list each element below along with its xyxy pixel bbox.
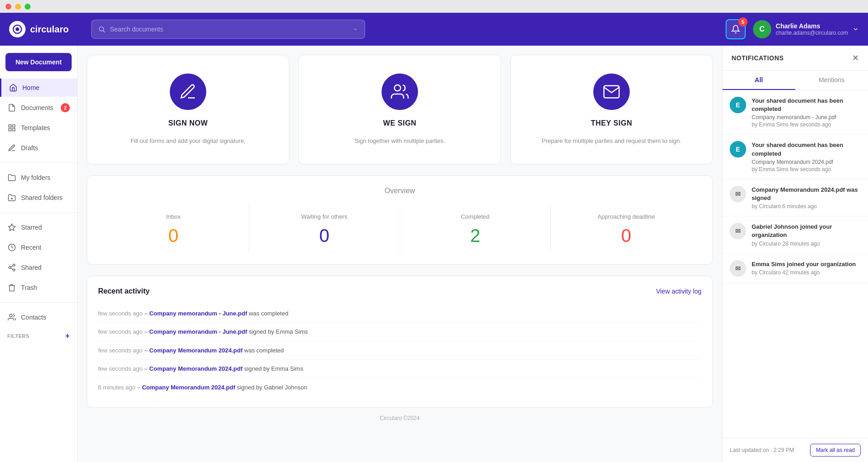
search-input[interactable] xyxy=(110,26,348,33)
tab-mentions[interactable]: Mentions xyxy=(795,71,868,90)
user-profile[interactable]: C Charlie Adams charlie.adams@circularo.… xyxy=(753,20,859,38)
notification-item[interactable]: E Your shared document has been complete… xyxy=(722,135,868,179)
sidebar: New Document Home Documents 2 Templates xyxy=(0,46,78,462)
sidebar-item-my-folders[interactable]: My folders xyxy=(0,168,77,187)
sidebar-item-templates[interactable]: Templates xyxy=(0,119,77,137)
notification-button[interactable]: 5 xyxy=(726,19,746,39)
sidebar-item-drafts[interactable]: Drafts xyxy=(0,139,77,157)
sign-cards: SIGN NOW Fill out forms and add your dig… xyxy=(87,55,713,164)
notification-item[interactable]: ✉ Gabriel Johnson joined your organizati… xyxy=(722,216,868,253)
inbox-label: Inbox xyxy=(105,213,241,220)
main-content: SIGN NOW Fill out forms and add your dig… xyxy=(78,46,722,462)
notif-text: Company Memorandum 2024.pdf was signed xyxy=(752,186,861,202)
mark-all-read-button[interactable]: Mark all as read xyxy=(810,444,861,457)
activity-list: few seconds ago – Company memorandum - J… xyxy=(98,304,701,397)
notif-sub2: by Circularo 28 minutes ago xyxy=(752,241,861,247)
sidebar-item-shared-folders[interactable]: Shared folders xyxy=(0,189,77,207)
notif-text: Your shared document has been completed xyxy=(752,141,861,158)
file-icon xyxy=(7,103,16,112)
notifications-header: NOTIFICATIONS ✕ xyxy=(722,46,868,71)
sidebar-label-templates: Templates xyxy=(21,124,50,131)
notification-item[interactable]: ✉ Company Memorandum 2024.pdf was signed… xyxy=(722,179,868,216)
overview-deadline[interactable]: Approaching deadline 0 xyxy=(551,206,701,253)
logo-icon xyxy=(9,21,26,37)
sidebar-item-contacts[interactable]: Contacts xyxy=(0,308,77,326)
contacts-icon xyxy=(7,313,16,322)
maximize-btn[interactable] xyxy=(25,4,31,10)
notif-avatar: ✉ xyxy=(730,223,746,239)
filters-add-button[interactable]: + xyxy=(65,332,70,340)
header: circularo 5 C Charlie Adams charlie.adam… xyxy=(0,13,868,46)
notif-avatar: ✉ xyxy=(730,260,746,277)
notif-sub1: Company memorandum - June.pdf xyxy=(752,114,861,121)
footer: Circularo ©2024 xyxy=(87,408,713,429)
sidebar-label-drafts: Drafts xyxy=(21,144,38,152)
close-btn[interactable] xyxy=(5,4,11,10)
svg-point-12 xyxy=(13,264,15,267)
sidebar-item-trash[interactable]: Trash xyxy=(0,278,77,297)
sidebar-label-shared: Shared xyxy=(21,264,42,271)
tab-all[interactable]: All xyxy=(722,71,795,90)
svg-rect-5 xyxy=(13,125,15,127)
notif-avatar: E xyxy=(730,141,746,158)
draft-icon xyxy=(7,143,16,152)
folder-icon xyxy=(7,173,16,182)
notif-content: Emma Sims joined your organization by Ci… xyxy=(752,260,861,276)
notification-item[interactable]: ✉ Emma Sims joined your organization by … xyxy=(722,254,868,284)
notif-content: Your shared document has been completed … xyxy=(752,97,861,128)
they-sign-card[interactable]: THEY SIGN Prepare for multiple parties a… xyxy=(510,55,713,164)
sidebar-item-shared[interactable]: Shared xyxy=(0,258,77,277)
we-sign-card[interactable]: WE SIGN Sign together with multiple part… xyxy=(298,55,501,164)
sidebar-label-documents: Documents xyxy=(21,104,53,111)
overview-inbox[interactable]: Inbox 0 xyxy=(98,206,249,253)
sidebar-item-documents[interactable]: Documents 2 xyxy=(0,99,77,117)
clock-icon xyxy=(7,243,16,252)
notifications-close-button[interactable]: ✕ xyxy=(852,53,859,63)
minimize-btn[interactable] xyxy=(15,4,21,10)
notifications-tabs: All Mentions xyxy=(722,71,868,90)
notif-avatar: E xyxy=(730,97,746,113)
notif-text: Your shared document has been completed xyxy=(752,97,861,113)
inbox-value: 0 xyxy=(105,226,241,246)
notif-content: Company Memorandum 2024.pdf was signed b… xyxy=(752,186,861,210)
svg-point-13 xyxy=(9,267,11,269)
user-info: Charlie Adams charlie.adams@circularo.co… xyxy=(776,22,848,36)
sidebar-label-recent: Recent xyxy=(21,244,41,251)
sidebar-divider-1 xyxy=(0,163,77,163)
sidebar-item-starred[interactable]: Starred xyxy=(0,218,77,236)
template-icon xyxy=(7,123,16,132)
sign-now-card[interactable]: SIGN NOW Fill out forms and add your dig… xyxy=(87,55,289,164)
chevron-down-icon xyxy=(852,26,859,32)
overview-waiting[interactable]: Waiting for others 0 xyxy=(249,206,400,253)
notif-sub2: by Emma Sims few seconds ago xyxy=(752,121,861,128)
sign-now-icon xyxy=(170,74,206,110)
filters-label: FILTERS xyxy=(7,333,30,339)
sign-now-desc: Fill out forms and add your digital sign… xyxy=(131,136,246,146)
notification-item[interactable]: E Your shared document has been complete… xyxy=(722,90,868,135)
notif-avatar: ✉ xyxy=(730,186,746,202)
svg-point-14 xyxy=(13,269,15,271)
notifications-title: NOTIFICATIONS xyxy=(732,54,784,62)
sidebar-item-home[interactable]: Home xyxy=(0,79,77,97)
search-bar[interactable] xyxy=(91,20,365,39)
notif-sub1: Company Memorandum 2024.pdf xyxy=(752,159,861,165)
new-document-button[interactable]: New Document xyxy=(5,53,72,71)
overview-title: Overview xyxy=(98,187,701,195)
notifications-footer: Last updated on : 2:29 PM Mark all as re… xyxy=(722,438,868,462)
bell-icon xyxy=(731,25,740,34)
completed-value: 2 xyxy=(408,226,544,246)
shared-folder-icon xyxy=(7,193,16,202)
sidebar-item-recent[interactable]: Recent xyxy=(0,238,77,257)
view-activity-log-link[interactable]: View activity log xyxy=(656,288,701,295)
we-sign-icon xyxy=(382,74,418,110)
sidebar-divider-3 xyxy=(0,302,77,303)
deadline-value: 0 xyxy=(558,226,694,246)
waiting-label: Waiting for others xyxy=(256,213,392,220)
sign-now-title: SIGN NOW xyxy=(168,119,208,127)
sidebar-label-starred: Starred xyxy=(21,224,42,231)
waiting-value: 0 xyxy=(256,226,392,246)
svg-line-3 xyxy=(103,31,105,32)
overview-completed[interactable]: Completed 2 xyxy=(400,206,551,253)
we-sign-desc: Sign together with multiple parties. xyxy=(355,136,445,146)
notif-sub2: by Circularo 42 minutes ago xyxy=(752,269,861,276)
